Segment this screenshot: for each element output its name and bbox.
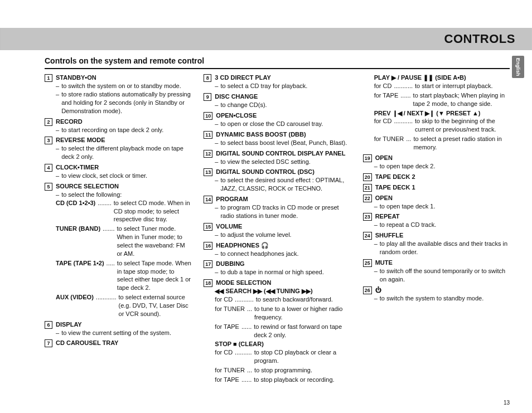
control-entry: PLAY ▶ / PAUSE ❚❚ (SIDE A•B)for CD......… <box>363 74 510 152</box>
context-key: for TAPE <box>215 376 239 384</box>
section-title: Controls on the system and remote contro… <box>45 56 510 69</box>
control-entry: 21TAPE DECK 1 <box>363 183 510 192</box>
entry-description: to open or close the CD carousel tray. <box>220 120 323 128</box>
entry-title: MODE SELECTION <box>216 279 271 287</box>
entry-title: MUTE <box>375 259 393 267</box>
control-entry: 20TAPE DECK 2 <box>363 173 510 181</box>
entry-title: DIGITAL SOUND CONTROL DISPLAY PANEL <box>216 149 345 158</box>
entry-number-box: 7 <box>45 339 52 347</box>
context-key: for TUNER <box>215 366 245 375</box>
entry-description: to adjust the volume level. <box>220 231 291 239</box>
control-entry: 1STANDBY•ON–to switch the system on or t… <box>45 74 191 115</box>
context-value: to skip to the beginning of the current … <box>415 117 510 134</box>
context-key: for TUNER <box>374 135 404 152</box>
entry-title: TAPE DECK 2 <box>375 173 415 181</box>
entry-number-box: 11 <box>204 131 212 139</box>
page-content: Controls on the system and remote contro… <box>45 56 510 396</box>
control-entry: 16HEADPHONES 🎧–to connect headphones jac… <box>204 241 350 258</box>
control-entry: 22OPEN–to open tape deck 1. <box>363 194 510 211</box>
control-entry: 23REPEAT–to repeat a CD track. <box>363 212 510 229</box>
entry-title: DISPLAY <box>56 320 82 329</box>
context-value: to rewind or fast forward on tape deck 2… <box>254 323 350 339</box>
entry-title: ⏻ <box>375 286 381 294</box>
entry-title: OPEN•CLOSE <box>216 111 257 120</box>
entry-title: CLOCK•TIMER <box>56 163 99 172</box>
entry-title: CD CAROUSEL TRAY <box>56 339 118 347</box>
mode-subheading: ◀◀ SEARCH ▶▶ (◀◀ TUNING ▶▶) <box>215 288 312 294</box>
entry-title: SOURCE SELECTION <box>56 182 119 191</box>
header-banner: CONTROLS <box>0 28 532 50</box>
entry-number-box: 8 <box>204 74 211 82</box>
entry-description: to select the different playback mode on… <box>61 144 191 161</box>
control-entry: 2RECORD–to start recording on tape deck … <box>45 118 191 134</box>
control-entry: 9DISC CHANGE–to change CD(s). <box>204 93 350 109</box>
context-key: for TAPE <box>215 323 239 339</box>
source-value: to select CD mode. When in CD stop mode;… <box>114 199 192 224</box>
entry-title: RECORD <box>56 118 83 126</box>
entry-number-box: 23 <box>363 213 372 221</box>
control-entry: 83 CD DIRECT PLAY–to select a CD tray fo… <box>204 74 350 90</box>
banner-title: CONTROLS <box>444 31 515 47</box>
entry-description: to play all the available discs and thei… <box>380 240 510 256</box>
entry-description: to select a CD tray for playback. <box>220 82 307 90</box>
entry-title: REVERSE MODE <box>56 136 105 144</box>
context-value: to tune to a lower or higher radio frequ… <box>254 305 351 322</box>
entry-title: HEADPHONES 🎧 <box>216 241 269 250</box>
control-entry: 19OPEN–to open tape deck 2. <box>363 154 510 171</box>
entry-number-box: 10 <box>204 112 212 120</box>
entry-number-box: 16 <box>204 242 212 250</box>
entry-description: to select bass boost level (Beat, Punch,… <box>220 139 347 147</box>
source-value: to select Tape mode. When in tape stop m… <box>117 259 191 292</box>
context-key: for CD <box>215 295 233 304</box>
entry-description: to switch the system to standby mode. <box>380 294 483 303</box>
control-entry: 11DYNAMIC BASS BOOST (DBB)–to select bas… <box>204 130 350 147</box>
control-entry: 25MUTE–to switch off the sound temporari… <box>363 259 510 284</box>
entry-number-box: 2 <box>45 118 52 126</box>
entry-number-box: 5 <box>45 183 52 191</box>
entry-number-box: 13 <box>204 168 212 176</box>
source-key: TAPE (TAPE 1•2) <box>56 259 104 292</box>
entry-description: to view the current setting of the syste… <box>61 329 171 337</box>
entry-title: 3 CD DIRECT PLAY <box>215 74 270 82</box>
control-entry: 12DIGITAL SOUND CONTROL DISPLAY PANEL–to… <box>204 149 350 166</box>
entry-description: to repeat a CD track. <box>380 221 437 229</box>
entry-title: DUBBING <box>216 260 244 268</box>
entry-number-box: 18 <box>204 279 212 287</box>
entry-title: DYNAMIC BASS BOOST (DBB) <box>216 130 306 139</box>
entry-description: to change CD(s). <box>220 101 267 109</box>
control-entry: 24SHUFFLE–to play all the available disc… <box>363 231 510 256</box>
entry-number-box: 21 <box>363 184 372 192</box>
entry-number-box: 17 <box>204 260 212 268</box>
entry-number-box: 26 <box>363 286 372 294</box>
context-key: for CD <box>374 117 392 134</box>
entry-title: DISC CHANGE <box>215 93 258 101</box>
entry-description: to program CD tracks in CD mode or prese… <box>220 203 350 220</box>
entry-number-box: 15 <box>204 223 212 231</box>
entry-title: OPEN <box>375 194 393 202</box>
control-entry: 5SOURCE SELECTION–to select the followin… <box>45 182 191 318</box>
control-entry: 7CD CAROUSEL TRAY <box>45 339 191 347</box>
entry-number-box: 14 <box>204 196 212 203</box>
context-value: to stop playback or recording. <box>254 376 334 384</box>
context-value: to stop CD playback or clear a program. <box>254 348 351 365</box>
mode-subheading: PREV ❙◀ / NEXT ▶❙ (▼ PRESET ▲) <box>374 110 481 116</box>
context-key: for TUNER <box>215 305 245 322</box>
entry-title: OPEN <box>375 154 393 162</box>
entry-description: to select the desired sound effect : OPT… <box>220 176 350 193</box>
context-key: for CD <box>374 82 392 90</box>
source-value: to select Tuner mode. When in Tuner mode… <box>117 225 191 257</box>
entry-description: to dub a tape in normal or high speed. <box>220 268 323 276</box>
entry-description: to store radio stations automatically by… <box>61 90 191 115</box>
entry-title: VOLUME <box>216 222 242 231</box>
context-value: to start playback; When playing in tape … <box>413 91 510 108</box>
control-entry: 3REVERSE MODE–to select the different pl… <box>45 136 191 161</box>
context-value: to start or interrupt playback. <box>415 82 492 90</box>
source-key: AUX (VIDEO) <box>56 293 94 318</box>
page-number: 13 <box>504 399 510 407</box>
entry-description: to open tape deck 1. <box>380 202 436 211</box>
entry-title: TAPE DECK 1 <box>375 183 415 192</box>
control-entry: 26⏻–to switch the system to standby mode… <box>363 286 510 303</box>
control-entry: 4CLOCK•TIMER–to view clock, set clock or… <box>45 163 191 180</box>
source-value: to select external source (e.g. DVD, TV,… <box>119 293 192 318</box>
source-key: CD (CD 1•2•3) <box>56 199 95 224</box>
